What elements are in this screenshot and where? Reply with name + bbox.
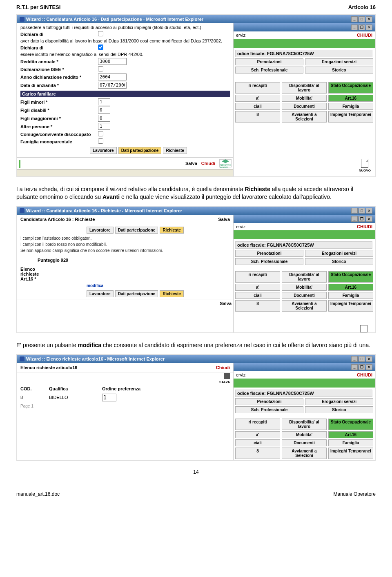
chiudi-button[interactable]: Chiudi: [201, 161, 215, 166]
tab-art16[interactable]: Art.16: [328, 431, 373, 438]
tab-avviamenti[interactable]: Avviamenti a Selezioni: [282, 448, 327, 459]
input-figli-disabili[interactable]: [98, 107, 110, 114]
tab-a[interactable]: a': [235, 431, 280, 438]
tab-famiglia[interactable]: Famiglia: [328, 103, 373, 110]
tab-ciali[interactable]: ciali: [235, 292, 280, 299]
input-altre-persone[interactable]: [98, 123, 110, 130]
tab-mobilita[interactable]: Mobilita': [282, 431, 327, 438]
tab-storico[interactable]: Storico: [305, 67, 373, 74]
close-icon[interactable]: ×: [366, 216, 372, 222]
close-icon[interactable]: ×: [366, 356, 372, 362]
col-qualifica[interactable]: Qualifica: [49, 386, 94, 391]
col-cod[interactable]: COD.: [20, 386, 41, 391]
tab-sch-professionale[interactable]: Sch. Professionale: [235, 258, 303, 265]
checkbox-coniuge[interactable]: [98, 131, 103, 136]
tab-impieghi-temporanei[interactable]: Impieghi Temporanei: [328, 448, 373, 459]
tab-stato-occupazionale[interactable]: Stato Occupazionale: [328, 271, 373, 283]
checkbox-dichiara-disponibilita[interactable]: [98, 31, 103, 36]
modifica-link[interactable]: modifica: [87, 283, 103, 288]
tab-mobilita[interactable]: Mobilita': [282, 284, 327, 291]
chiudi-link[interactable]: CHIUDI: [357, 33, 372, 38]
tab-8[interactable]: 8: [235, 300, 280, 312]
minimize-icon[interactable]: _: [351, 25, 358, 30]
minimize-icon[interactable]: _: [351, 216, 358, 222]
tab-documenti[interactable]: Documenti: [282, 439, 327, 446]
tab-richieste[interactable]: Richieste: [160, 290, 183, 297]
close-icon[interactable]: ×: [366, 208, 372, 214]
tab-impieghi-temporanei[interactable]: Impieghi Temporanei: [328, 300, 373, 312]
nuovo-icon[interactable]: [361, 159, 368, 168]
close-icon[interactable]: ×: [366, 16, 372, 22]
tab-dati-partecipazione[interactable]: Dati partecipazione: [115, 227, 158, 234]
tab-prenotazioni[interactable]: Prenotazioni: [235, 250, 303, 257]
input-figli-minori[interactable]: [98, 98, 110, 105]
maximize-icon[interactable]: □: [359, 208, 365, 214]
input-anzianita[interactable]: [98, 82, 127, 89]
tab-prenotazioni[interactable]: Prenotazioni: [235, 58, 303, 65]
input-reddito[interactable]: [98, 58, 127, 65]
tab-sch-professionale[interactable]: Sch. Professionale: [235, 406, 303, 413]
checkbox-monoparentale[interactable]: [98, 138, 103, 144]
document-icon[interactable]: [360, 325, 368, 332]
input-figli-maggiorenni[interactable]: [98, 115, 110, 122]
tab-disponibilita[interactable]: Disponibilita' al lavoro: [282, 271, 327, 283]
maximize-icon[interactable]: □: [359, 356, 365, 362]
tab-documenti[interactable]: Documenti: [282, 103, 327, 110]
tab-famiglia[interactable]: Famiglia: [328, 292, 373, 299]
tab-lavoratore[interactable]: Lavoratore: [90, 147, 117, 154]
chiudi-link[interactable]: CHIUDI: [357, 224, 372, 229]
tab-8[interactable]: 8: [235, 111, 280, 123]
close-icon[interactable]: ×: [366, 25, 372, 30]
tab-disponibilita[interactable]: Disponibilita' al lavoro: [282, 419, 327, 430]
tab-art16[interactable]: Art.16: [328, 284, 373, 291]
indietro-avanti-nav[interactable]: ◀▶INDIETRO AVANTI: [219, 159, 232, 167]
tab-impieghi-temporanei[interactable]: Impieghi Temporanei: [328, 111, 373, 123]
tab-storico[interactable]: Storico: [305, 258, 373, 265]
tab-stato-occupazionale[interactable]: Stato Occupazionale: [328, 82, 373, 94]
restore-icon[interactable]: ❐: [359, 364, 365, 370]
tab-erogazioni[interactable]: Erogazioni servizi: [305, 58, 373, 65]
col-ordine[interactable]: Ordine preferenza: [102, 386, 140, 391]
tab-disponibilita[interactable]: Disponibilita' al lavoro: [282, 82, 327, 94]
minimize-icon[interactable]: _: [351, 356, 358, 362]
maximize-icon[interactable]: □: [359, 16, 365, 22]
tab-ciali[interactable]: ciali: [235, 439, 280, 446]
tab-recapiti[interactable]: ri recapiti: [235, 271, 280, 283]
tab-storico[interactable]: Storico: [305, 406, 373, 413]
checkbox-isee[interactable]: [98, 66, 103, 71]
minimize-icon[interactable]: _: [351, 16, 358, 22]
input-ordine-preferenza[interactable]: [102, 394, 116, 401]
tab-recapiti[interactable]: ri recapiti: [235, 419, 280, 430]
tab-dati-partecipazione[interactable]: Dati partecipazione: [118, 147, 162, 154]
tab-avviamenti[interactable]: Avviamenti a Selezioni: [282, 111, 327, 123]
tab-dati-partecipazione[interactable]: Dati partecipazione: [115, 290, 158, 297]
checkbox-dichiara-iscritto[interactable]: [98, 45, 103, 50]
tab-richieste[interactable]: Richieste: [160, 227, 183, 234]
tab-avviamenti[interactable]: Avviamenti a Selezioni: [282, 300, 327, 312]
tab-prenotazioni[interactable]: Prenotazioni: [235, 398, 303, 405]
tab-famiglia[interactable]: Famiglia: [328, 439, 373, 446]
tab-documenti[interactable]: Documenti: [282, 292, 327, 299]
tab-8[interactable]: 8: [235, 448, 280, 459]
close-icon[interactable]: ×: [366, 364, 372, 370]
tab-richieste[interactable]: Richieste: [163, 147, 187, 154]
tab-stato-occupazionale[interactable]: Stato Occupazionale: [328, 419, 373, 430]
tab-ciali[interactable]: ciali: [235, 103, 280, 110]
tab-mobilita[interactable]: Mobilita': [282, 95, 327, 102]
chiudi-button[interactable]: Chiudi: [216, 365, 230, 370]
tab-erogazioni[interactable]: Erogazioni servizi: [305, 250, 373, 257]
input-anno[interactable]: [98, 74, 127, 80]
minimize-icon[interactable]: _: [351, 208, 358, 214]
tab-lavoratore[interactable]: Lavoratore: [87, 290, 114, 297]
tab-erogazioni[interactable]: Erogazioni servizi: [305, 398, 373, 405]
restore-icon[interactable]: ❐: [359, 216, 365, 222]
salva-button[interactable]: Salva: [218, 217, 230, 222]
tab-recapiti[interactable]: ri recapiti: [235, 82, 280, 94]
tab-a[interactable]: a': [235, 284, 280, 291]
save-icon[interactable]: [224, 373, 230, 379]
minimize-icon[interactable]: _: [351, 364, 358, 370]
restore-icon[interactable]: ❐: [359, 25, 365, 30]
salva-button[interactable]: Salva: [220, 301, 232, 306]
tab-lavoratore[interactable]: Lavoratore: [87, 227, 114, 234]
chiudi-link[interactable]: CHIUDI: [357, 372, 372, 377]
